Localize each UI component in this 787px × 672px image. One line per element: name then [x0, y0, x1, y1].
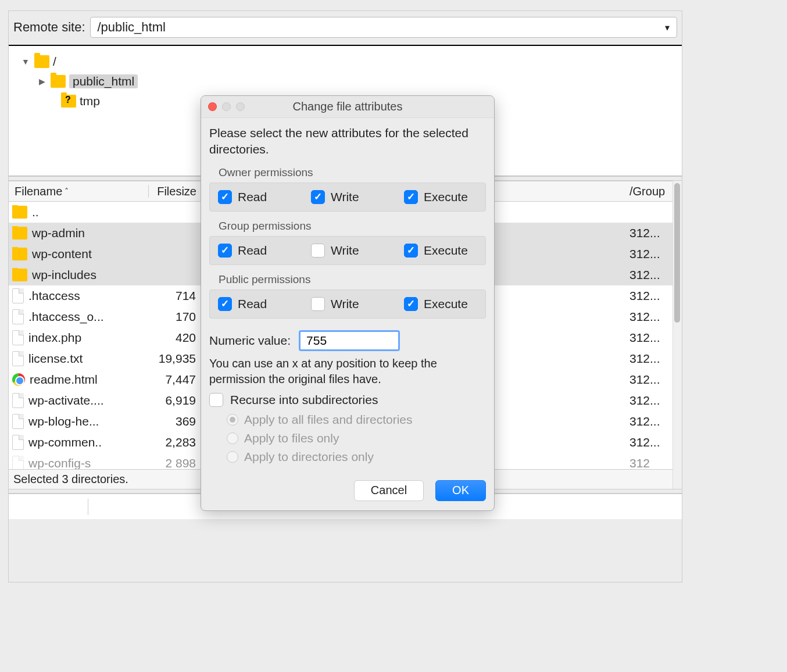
permission-label: Write [331, 244, 359, 258]
group-permissions-label: Group permissions [219, 220, 485, 233]
owner-execute-checkbox[interactable]: ✓ [404, 190, 418, 204]
tree-label: / [53, 55, 56, 69]
file-name-label: wp-admin [32, 226, 85, 240]
document-icon [12, 330, 24, 345]
column-filename-label: Filename [15, 185, 62, 198]
tree-row-public-html[interactable]: ▶ public_html [20, 72, 682, 91]
browser-icon [12, 373, 25, 386]
file-name-label: wp-config-s [28, 456, 91, 469]
remote-site-label: Remote site: [13, 20, 85, 35]
sort-ascending-icon: ˄ [65, 187, 69, 196]
vertical-scrollbar[interactable] [672, 181, 682, 489]
remote-site-bar: Remote site: /public_html ▾ [9, 11, 682, 46]
folder-icon [34, 55, 49, 68]
cancel-button[interactable]: Cancel [354, 480, 424, 501]
tree-label: tmp [80, 94, 100, 108]
scrollbar-thumb[interactable] [674, 183, 680, 323]
tree-label: public_html [69, 74, 138, 88]
file-name-label: wp-blog-he... [28, 414, 99, 428]
public-read-checkbox-item: ✓Read [218, 297, 291, 311]
numeric-value-label: Numeric value: [209, 334, 291, 348]
dialog-body: Please select the new attributes for the… [201, 118, 494, 510]
public-write-checkbox-item: Write [311, 297, 384, 311]
permission-label: Execute [424, 190, 468, 204]
dialog-lead-text: Please select the new attributes for the… [209, 125, 486, 158]
file-size-value: 170 [148, 310, 201, 324]
permission-label: Execute [424, 297, 468, 311]
group-write-checkbox-item: Write [311, 244, 384, 258]
disclosure-triangle-closed-icon[interactable]: ▶ [37, 76, 47, 87]
recurse-radio-group: Apply to all files and directories Apply… [209, 410, 486, 466]
owner-read-checkbox[interactable]: ✓ [218, 190, 232, 204]
permission-label: Read [238, 297, 267, 311]
group-write-checkbox[interactable] [311, 244, 325, 258]
recurse-checkbox[interactable] [209, 393, 223, 407]
group-permissions-row: ✓ReadWrite✓Execute [209, 236, 486, 265]
file-size-value: 420 [148, 331, 201, 345]
folder-icon [12, 227, 27, 240]
public-permissions-row: ✓ReadWrite✓Execute [209, 289, 486, 319]
disclosure-triangle-open-icon[interactable]: ▼ [20, 56, 31, 67]
numeric-value-input[interactable] [299, 330, 400, 351]
radio-label: Apply to files only [244, 431, 339, 445]
radio-apply-files: Apply to files only [209, 429, 486, 448]
dialog-titlebar[interactable]: Change file attributes [201, 96, 494, 118]
permission-label: Read [238, 190, 267, 204]
recurse-row: Recurse into subdirectories [209, 393, 486, 407]
file-name-label: wp-content [32, 247, 92, 261]
group-execute-checkbox[interactable]: ✓ [404, 244, 418, 258]
group-read-checkbox-item: ✓Read [218, 244, 291, 258]
owner-permissions-row: ✓Read✓Write✓Execute [209, 183, 486, 212]
file-size-value: 2,283 [148, 435, 201, 449]
numeric-hint-text: You can use an x at any position to keep… [209, 356, 486, 387]
file-name-label: .htaccess_o... [28, 310, 104, 324]
owner-read-checkbox-item: ✓Read [218, 190, 291, 204]
radio-icon [227, 432, 238, 444]
file-name-label: wp-activate.... [28, 394, 104, 408]
status-text: Selected 3 directories. [13, 473, 128, 486]
chevron-down-icon[interactable]: ▾ [665, 22, 670, 33]
file-name-label: .. [32, 205, 39, 219]
remote-site-combo[interactable]: /public_html ▾ [90, 17, 678, 38]
public-permissions-label: Public permissions [219, 273, 485, 286]
radio-label: Apply to directories only [244, 450, 374, 464]
folder-icon [12, 248, 27, 260]
group-execute-checkbox-item: ✓Execute [404, 244, 477, 258]
permission-label: Write [331, 190, 359, 204]
file-size-value: 2 898 [148, 456, 201, 469]
document-icon [12, 309, 24, 324]
owner-execute-checkbox-item: ✓Execute [404, 190, 477, 204]
radio-apply-all: Apply to all files and directories [209, 410, 486, 429]
owner-permissions-label: Owner permissions [219, 166, 485, 179]
public-execute-checkbox[interactable]: ✓ [404, 297, 418, 311]
permission-label: Read [238, 244, 267, 258]
column-filesize-label: Filesize [157, 185, 196, 198]
folder-icon [12, 206, 27, 219]
public-execute-checkbox-item: ✓Execute [404, 297, 477, 311]
radio-icon [227, 451, 238, 463]
column-owner-label: /Group [629, 185, 665, 198]
column-header-filename[interactable]: Filename ˄ [9, 185, 148, 198]
public-read-checkbox[interactable]: ✓ [218, 297, 232, 311]
tree-row-root[interactable]: ▼ / [20, 52, 682, 72]
file-name-label: index.php [28, 331, 81, 345]
remote-site-value: /public_html [98, 20, 166, 35]
document-icon [12, 414, 24, 429]
owner-write-checkbox[interactable]: ✓ [311, 190, 325, 204]
permission-label: Write [331, 297, 359, 311]
group-read-checkbox[interactable]: ✓ [218, 244, 232, 258]
file-size-value: 7,447 [148, 373, 201, 387]
document-icon [12, 393, 24, 408]
column-separator[interactable] [88, 499, 88, 515]
document-icon [12, 288, 24, 303]
ok-button[interactable]: OK [435, 480, 486, 501]
file-name-label: wp-includes [32, 268, 96, 282]
folder-icon [12, 269, 27, 281]
file-name-label: wp-commen.. [28, 435, 102, 449]
radio-label: Apply to all files and directories [244, 413, 412, 427]
column-header-filesize[interactable]: Filesize [149, 185, 201, 198]
change-attributes-dialog: Change file attributes Please select the… [201, 95, 495, 511]
file-name-label: readme.html [30, 373, 98, 387]
public-write-checkbox[interactable] [311, 297, 325, 311]
owner-write-checkbox-item: ✓Write [311, 190, 384, 204]
